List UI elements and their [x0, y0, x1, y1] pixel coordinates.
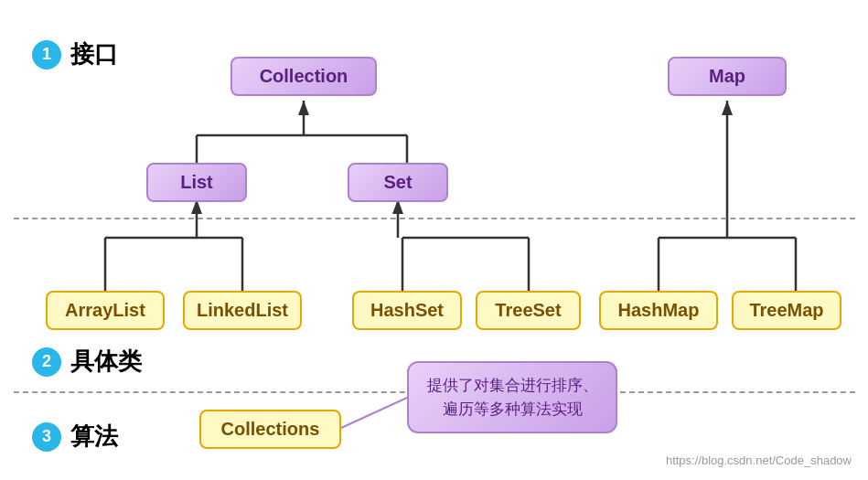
watermark: https://blog.csdn.net/Code_shadow — [666, 453, 852, 467]
section-2-label: 2 具体类 — [32, 346, 142, 378]
section-2-text: 具体类 — [70, 346, 142, 378]
treemap-node: TreeMap — [732, 291, 841, 330]
svg-marker-4 — [298, 101, 309, 115]
section-1-label: 1 接口 — [32, 38, 118, 70]
hashset-node: HashSet — [352, 291, 462, 330]
section-1-text: 接口 — [70, 38, 118, 70]
map-node: Map — [668, 57, 787, 96]
collection-node: Collection — [230, 57, 377, 96]
section-3-label: 3 算法 — [32, 421, 118, 453]
callout-bubble: 提供了对集合进行排序、遍历等多种算法实现 — [407, 361, 617, 433]
divider-1 — [14, 218, 855, 219]
section-2-number: 2 — [32, 347, 61, 377]
callout-text: 提供了对集合进行排序、遍历等多种算法实现 — [427, 377, 598, 418]
set-node: Set — [348, 163, 448, 202]
diagram-container: 1 接口 2 具体类 3 算法 Collection Map List Set … — [0, 0, 868, 480]
hashmap-node: HashMap — [599, 291, 718, 330]
collections-node: Collections — [199, 410, 341, 449]
arraylist-node: ArrayList — [46, 291, 165, 330]
section-1-number: 1 — [32, 40, 61, 69]
treeset-node: TreeSet — [476, 291, 581, 330]
svg-marker-19 — [722, 101, 733, 115]
section-3-text: 算法 — [70, 421, 118, 453]
section-3-number: 3 — [32, 422, 61, 452]
svg-line-20 — [341, 398, 407, 428]
linkedlist-node: LinkedList — [183, 291, 302, 330]
list-node: List — [146, 163, 247, 202]
